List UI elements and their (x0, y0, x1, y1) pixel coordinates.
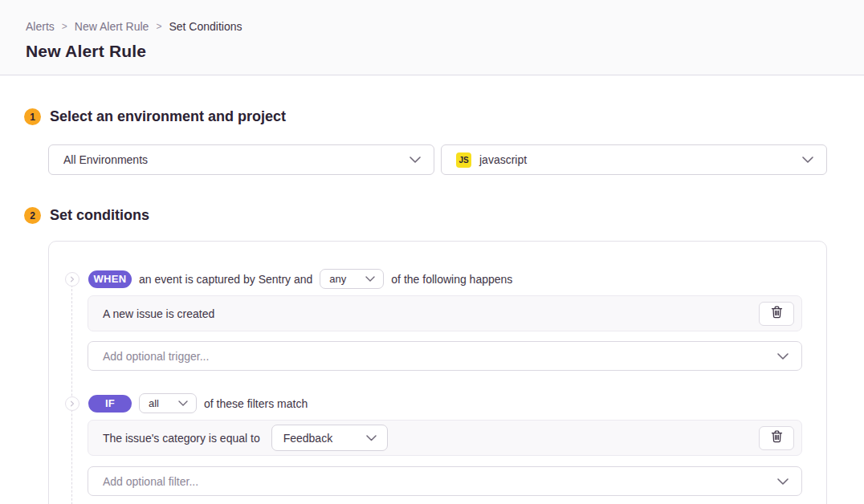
environment-select[interactable]: All Environments (48, 144, 434, 175)
page-title: New Alert Rule (26, 42, 838, 61)
if-text-after: of these filters match (204, 397, 308, 410)
chevron-down-icon (410, 156, 421, 163)
when-text-after: of the following happens (391, 273, 512, 286)
trash-icon (771, 306, 783, 321)
chevron-down-icon (366, 435, 377, 441)
project-select-value: javascript (479, 153, 527, 166)
page-header: Alerts > New Alert Rule > Set Conditions… (0, 0, 864, 75)
filter-category-value: Feedback (283, 432, 332, 445)
section-conditions-title: Set conditions (50, 207, 149, 224)
breadcrumb-new-alert-rule[interactable]: New Alert Rule (75, 20, 149, 33)
filter-category-select[interactable]: Feedback (271, 425, 388, 451)
environment-select-value: All Environments (63, 153, 148, 166)
if-match-value: all (149, 397, 159, 409)
circle-chevron-icon (65, 396, 79, 411)
when-match-select[interactable]: any (320, 269, 384, 289)
breadcrumb: Alerts > New Alert Rule > Set Conditions (26, 20, 838, 33)
chevron-down-icon (777, 353, 789, 360)
filter-rule-row: The issue's category is equal to Feedbac… (88, 420, 802, 456)
chevron-down-icon (802, 156, 813, 163)
trigger-rule-row: A new issue is created (88, 295, 802, 331)
when-match-value: any (329, 273, 346, 285)
add-trigger-placeholder: Add optional trigger... (103, 350, 209, 363)
step-number-badge: 1 (24, 108, 41, 125)
breadcrumb-separator-icon: > (62, 21, 67, 32)
if-match-select[interactable]: all (139, 393, 197, 413)
project-select[interactable]: JS javascript (441, 144, 827, 175)
step-number-badge: 2 (24, 207, 41, 224)
conditions-panel: WHEN an event is captured by Sentry and … (48, 241, 827, 504)
section-conditions-header: 2 Set conditions (24, 207, 827, 224)
add-optional-trigger-select[interactable]: Add optional trigger... (88, 341, 802, 371)
circle-chevron-icon (65, 272, 79, 287)
environment-project-row: All Environments JS javascript (48, 144, 827, 175)
add-filter-placeholder: Add optional filter... (103, 475, 198, 488)
when-condition-line: WHEN an event is captured by Sentry and … (49, 242, 826, 289)
trigger-rule-label: A new issue is created (103, 307, 214, 320)
trash-icon (771, 430, 783, 445)
filter-rule-label: The issue's category is equal to (103, 432, 260, 445)
chevron-down-icon (777, 478, 789, 485)
add-optional-filter-select[interactable]: Add optional filter... (88, 466, 802, 496)
when-badge: WHEN (88, 270, 132, 288)
breadcrumb-set-conditions: Set Conditions (169, 20, 242, 33)
delete-filter-button[interactable] (759, 426, 794, 450)
chevron-down-icon (365, 276, 375, 282)
section-environment-header: 1 Select an environment and project (24, 108, 827, 125)
chevron-down-icon (178, 400, 188, 406)
main-content: 1 Select an environment and project All … (0, 108, 864, 504)
step-connector-line (71, 277, 72, 504)
section-environment-title: Select an environment and project (50, 108, 286, 125)
breadcrumb-alerts[interactable]: Alerts (26, 20, 55, 33)
breadcrumb-separator-icon: > (156, 21, 161, 32)
javascript-platform-icon: JS (456, 152, 471, 168)
delete-trigger-button[interactable] (759, 302, 794, 326)
if-badge: IF (88, 395, 132, 413)
when-text-before: an event is captured by Sentry and (139, 273, 312, 286)
if-condition-line: IF all of these filters match (49, 393, 826, 413)
